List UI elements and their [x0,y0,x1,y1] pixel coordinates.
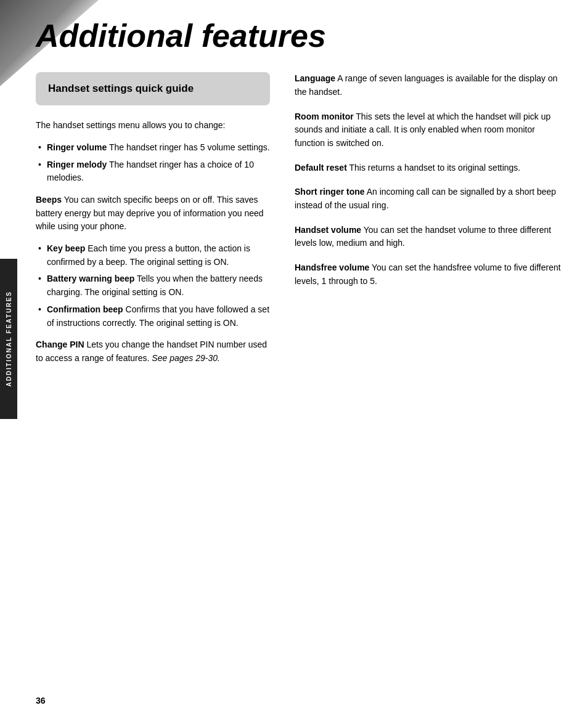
list-item: Confirmation beep Confirms that you have… [36,303,270,330]
short-ringer-term: Short ringer tone [295,187,365,197]
default-reset-term: Default reset [295,163,347,173]
bullet-term: Confirmation beep [47,304,123,314]
left-column: Handset settings quick guide The handset… [36,72,270,373]
main-content: Additional features Handset settings qui… [17,0,588,724]
beeps-bullet-list: Key beep Each time you press a button, t… [36,242,270,330]
language-term: Language [295,73,335,83]
default-reset-description: This returns a handset to its original s… [349,163,520,173]
default-reset-section: Default reset This returns a handset to … [295,161,563,175]
list-item: Ringer melody The handset ringer has a c… [36,158,270,185]
language-section: Language A range of seven languages is a… [295,72,563,99]
change-pin-term: Change PIN [36,340,84,349]
handsfree-volume-text: Handsfree volume You can set the handsfr… [295,261,563,288]
page-number: 36 [36,696,46,706]
ringer-bullet-list: Ringer volume The handset ringer has 5 v… [36,141,270,185]
handsfree-volume-term: Handsfree volume [295,262,369,272]
page-title: Additional features [36,18,563,54]
handsfree-volume-section: Handsfree volume You can set the handsfr… [295,261,563,288]
beeps-description: You can switch specific beeps on or off.… [36,195,264,231]
default-reset-text: Default reset This returns a handset to … [295,161,563,175]
beeps-text: Beeps You can switch specific beeps on o… [36,193,270,234]
handset-volume-term: Handset volume [295,225,361,235]
room-monitor-section: Room monitor This sets the level at whic… [295,110,563,150]
bullet-text: The handset ringer has 5 volume settings… [109,142,270,152]
side-tab: Additional Features [0,259,17,419]
two-column-layout: Handset settings quick guide The handset… [36,72,563,373]
short-ringer-section: Short ringer tone An incoming call can b… [295,185,563,212]
bullet-term: Ringer melody [47,160,107,169]
side-tab-label: Additional Features [6,291,12,386]
quick-guide-box: Handset settings quick guide [36,72,270,105]
handset-volume-section: Handset volume You can set the handset v… [295,224,563,250]
bullet-term: Ringer volume [47,142,107,152]
room-monitor-term: Room monitor [295,112,354,121]
list-item: Battery warning beep Tells you when the … [36,272,270,299]
change-pin-text: Change PIN Lets you change the handset P… [36,338,270,365]
beeps-term: Beeps [36,195,62,205]
right-column: Language A range of seven languages is a… [295,72,563,373]
room-monitor-text: Room monitor This sets the level at whic… [295,110,563,150]
page-container: Additional Features Additional features … [0,0,588,724]
list-item: Key beep Each time you press a button, t… [36,242,270,269]
bullet-term: Battery warning beep [47,274,134,283]
short-ringer-text: Short ringer tone An incoming call can b… [295,185,563,212]
bullet-term: Key beep [47,243,85,253]
intro-text: The handset settings menu allows you to … [36,119,270,132]
change-pin-reference: See pages 29-30. [152,353,220,363]
list-item: Ringer volume The handset ringer has 5 v… [36,141,270,155]
quick-guide-title: Handset settings quick guide [48,82,258,96]
language-text: Language A range of seven languages is a… [295,72,563,99]
handset-volume-text: Handset volume You can set the handset v… [295,224,563,250]
